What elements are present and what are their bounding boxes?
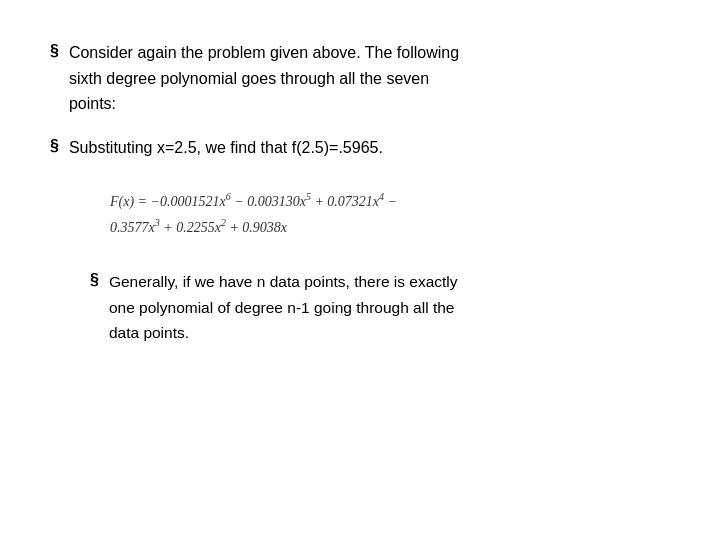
bullet-1: § Consider again the problem given above… (50, 40, 670, 117)
bullet-1-text: Consider again the problem given above. … (69, 40, 670, 117)
bullet-symbol-2: § (50, 137, 59, 155)
bullet-1-line1: Consider again the problem given above. … (69, 44, 459, 61)
bullet-1-line2: sixth degree polynomial goes through all… (69, 70, 429, 87)
sub-bullet-line1: Generally, if we have n data points, the… (109, 273, 458, 290)
slide-container: § Consider again the problem given above… (0, 0, 720, 540)
bullet-symbol-1: § (50, 42, 59, 60)
bullet-2-main: Substituting x=2.5, we find that f(2.5)=… (69, 139, 383, 156)
formula-line-1: F(x) = −0.0001521x6 − 0.003130x5 + 0.073… (110, 188, 397, 213)
sub-bullet-line2: one polynomial of degree n-1 going throu… (109, 299, 455, 316)
bullet-2-text: Substituting x=2.5, we find that f(2.5)=… (69, 135, 670, 161)
sub-bullet: § Generally, if we have n data points, t… (90, 269, 670, 346)
sub-bullet-symbol: § (90, 271, 99, 289)
formula-line-2: 0.3577x3 + 0.2255x2 + 0.9038x (110, 214, 287, 239)
formula-block: F(x) = −0.0001521x6 − 0.003130x5 + 0.073… (110, 188, 670, 239)
bullet-2: § Substituting x=2.5, we find that f(2.5… (50, 135, 670, 161)
bullet-1-line3: points: (69, 95, 116, 112)
sub-bullet-line3: data points. (109, 324, 189, 341)
sub-bullet-text: Generally, if we have n data points, the… (109, 269, 670, 346)
